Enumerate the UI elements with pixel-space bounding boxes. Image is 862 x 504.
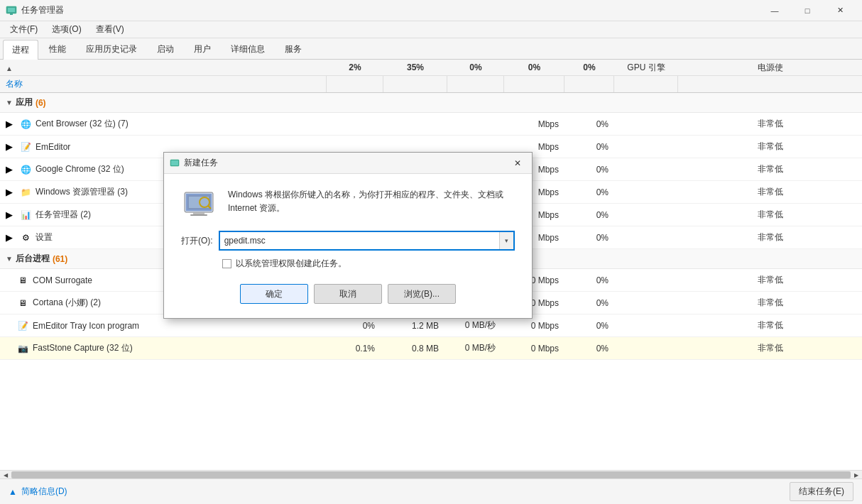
title-bar-left: 任务管理器	[6, 4, 64, 16]
computer-icon	[183, 191, 214, 219]
new-task-dialog: 新建任务 ✕	[163, 152, 533, 319]
tab-startup[interactable]: 启动	[148, 39, 183, 59]
tab-performance[interactable]: 性能	[40, 39, 75, 59]
summary-label: 简略信息(D)	[21, 486, 67, 498]
tab-details[interactable]: 详细信息	[222, 39, 274, 59]
dialog-checkbox-row: 以系统管理权限创建此任务。	[181, 258, 515, 270]
dialog-top: Windows 将根据你所键入的名称，为你打开相应的程序、文件夹、文档或 Int…	[181, 188, 515, 219]
status-bar: ▲ 简略信息(D) 结束任务(E)	[0, 478, 862, 504]
title-bar: 任务管理器 — □ ✕	[0, 0, 862, 21]
tab-bar: 进程 性能 应用历史记录 启动 用户 详细信息 服务	[0, 38, 862, 60]
dialog-ok-button[interactable]: 确定	[240, 284, 308, 304]
menu-view[interactable]: 查看(V)	[90, 22, 130, 37]
dialog-description: Windows 将根据你所键入的名称，为你打开相应的程序、文件夹、文档或 Int…	[228, 188, 515, 219]
dialog-title-icon	[170, 158, 180, 168]
svg-rect-2	[10, 13, 13, 15]
main-area: ▲ 2% 35% 0% 0% 0% GPU 引擎 电源使 名称 ▼	[0, 60, 862, 478]
menu-bar: 文件(F) 选项(O) 查看(V)	[0, 21, 862, 38]
dialog-titlebar: 新建任务 ✕	[164, 153, 532, 174]
dialog-title-left: 新建任务	[170, 157, 218, 169]
tab-app-history[interactable]: 应用历史记录	[77, 39, 146, 59]
svg-rect-1	[8, 8, 15, 12]
minimize-button[interactable]: —	[758, 0, 791, 21]
dialog-input-wrapper: ▾	[219, 231, 515, 251]
svg-rect-4	[171, 160, 178, 165]
dialog-checkbox-label: 以系统管理权限创建此任务。	[236, 258, 347, 270]
dialog-input-row: 打开(O): ▾	[181, 231, 515, 251]
dialog-content: Windows 将根据你所键入的名称，为你打开相应的程序、文件夹、文档或 Int…	[164, 174, 532, 318]
app-icon	[6, 5, 17, 16]
chevron-up-icon: ▲	[9, 487, 17, 497]
status-summary[interactable]: ▲ 简略信息(D)	[9, 486, 67, 498]
dialog-buttons: 确定 取消 浏览(B)...	[181, 284, 515, 304]
window-controls: — □ ✕	[758, 0, 856, 21]
tab-services[interactable]: 服务	[275, 39, 311, 59]
maximize-button[interactable]: □	[791, 0, 824, 21]
menu-file[interactable]: 文件(F)	[4, 22, 43, 37]
svg-rect-8	[190, 214, 207, 216]
close-button[interactable]: ✕	[824, 0, 856, 21]
svg-rect-7	[193, 212, 204, 214]
dialog-open-input[interactable]	[220, 234, 499, 248]
dialog-open-label: 打开(O):	[181, 235, 213, 247]
end-task-button[interactable]: 结束任务(E)	[790, 482, 853, 501]
dialog-dropdown-button[interactable]: ▾	[499, 232, 513, 249]
admin-checkbox[interactable]	[222, 259, 231, 268]
dialog-overlay: 新建任务 ✕	[0, 60, 862, 478]
dialog-cancel-button[interactable]: 取消	[314, 284, 382, 304]
dialog-browse-button[interactable]: 浏览(B)...	[388, 284, 456, 304]
tab-users[interactable]: 用户	[185, 39, 220, 59]
window-title: 任务管理器	[21, 4, 64, 16]
dialog-close-button[interactable]: ✕	[509, 155, 526, 171]
tab-processes[interactable]: 进程	[3, 40, 38, 60]
dialog-icon-area	[181, 188, 217, 219]
dialog-title-text: 新建任务	[184, 157, 218, 169]
menu-options[interactable]: 选项(O)	[46, 22, 87, 37]
